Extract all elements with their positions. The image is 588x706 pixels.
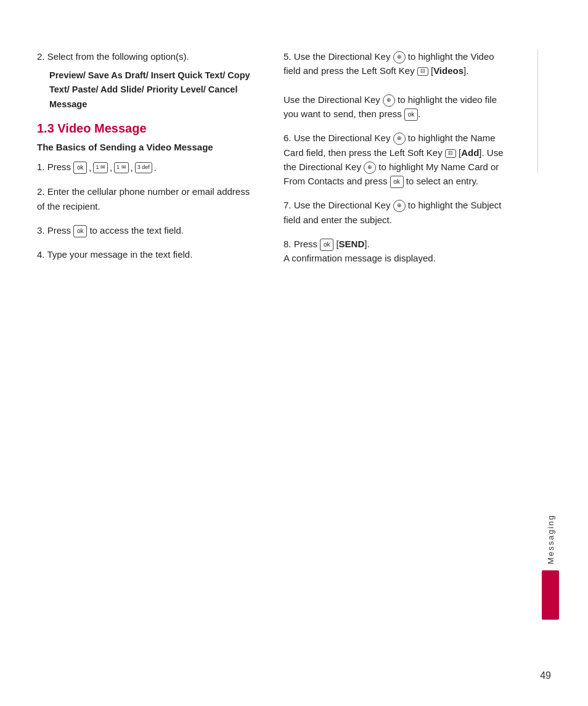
step8-bracket: [SEND].	[336, 239, 369, 249]
content-area: 2. Select from the following option(s). …	[0, 0, 588, 706]
step6-label: 6. Use the Directional Key	[284, 133, 390, 143]
step-6: 6. Use the Directional Key ⊕ to highligh…	[284, 131, 513, 188]
step1-keys: ok, 1 ✉, 1 ✉, 3 def.	[73, 160, 157, 174]
step7-label: 7. Use the Directional Key	[284, 200, 390, 210]
sidebar: Messaging	[537, 49, 563, 669]
dir-key-5a: ⊕	[393, 51, 406, 64]
soft-key-6: ⊟	[445, 149, 456, 158]
key-ok-8: ok	[320, 239, 333, 251]
step-7: 7. Use the Directional Key ⊕ to highligh…	[284, 198, 513, 227]
step1-label: 1. Press	[37, 162, 71, 172]
step-5: 5. Use the Directional Key ⊕ to highligh…	[284, 49, 513, 121]
dir-key-6b: ⊕	[364, 162, 376, 174]
page: 2. Select from the following option(s). …	[0, 0, 588, 706]
key-ok-5b: ok	[404, 109, 418, 121]
section-heading: 1.3 Video Message	[37, 121, 259, 136]
left-column: 2. Select from the following option(s). …	[37, 49, 259, 669]
key-ok-icon: ok	[73, 162, 87, 174]
page-number: 49	[540, 670, 551, 681]
sidebar-label: Messaging	[546, 514, 555, 564]
step5a-bracket: [Videos].	[431, 65, 468, 76]
step-2: 2. Enter the cellular phone number or em…	[37, 184, 259, 213]
step2-text: 2. Enter the cellular phone number or em…	[37, 186, 250, 211]
item-2-intro: 2. Select from the following option(s). …	[37, 49, 259, 112]
sidebar-line	[537, 49, 538, 173]
step-1: 1. Press ok, 1 ✉, 1 ✉, 3 def.	[37, 160, 259, 175]
key-1b-icon: 1 ✉	[114, 162, 129, 173]
key-1a-icon: 1 ✉	[93, 162, 108, 173]
step-8: 8. Press ok [SEND]. A confirmation messa…	[284, 237, 513, 266]
key-3def-icon: 3 def	[135, 162, 152, 173]
step8-suffix: A confirmation message is displayed.	[284, 253, 436, 263]
dir-key-6: ⊕	[393, 133, 406, 145]
sub-heading: The Basics of Sending a Video Message	[37, 141, 259, 154]
step5a-label: 5. Use the Directional Key	[284, 51, 390, 62]
step3-suffix: to access the text field.	[89, 225, 184, 236]
step6c-suffix: to select an entry.	[406, 176, 478, 186]
item2-text: 2. Select from the following option(s).	[37, 49, 259, 64]
step3-label: 3. Press	[37, 225, 71, 236]
right-column: 5. Use the Directional Key ⊕ to highligh…	[284, 49, 513, 669]
dir-key-5b: ⊕	[383, 94, 395, 107]
sidebar-bar	[542, 570, 559, 620]
soft-key-5a: ⊟	[417, 67, 428, 76]
step8-label: 8. Press	[284, 239, 317, 249]
step-3: 3. Press ok to access the text field.	[37, 223, 259, 237]
key-ok-6: ok	[390, 176, 404, 188]
step5b-label: Use the Directional Key	[284, 94, 380, 105]
step-4: 4. Type your message in the text field.	[37, 247, 259, 261]
item2-options: Preview/ Save As Draft/ Insert Quick Tex…	[49, 68, 259, 112]
step4-text: 4. Type your message in the text field.	[37, 249, 192, 260]
key-ok-step3: ok	[73, 225, 87, 237]
dir-key-7: ⊕	[393, 200, 406, 212]
